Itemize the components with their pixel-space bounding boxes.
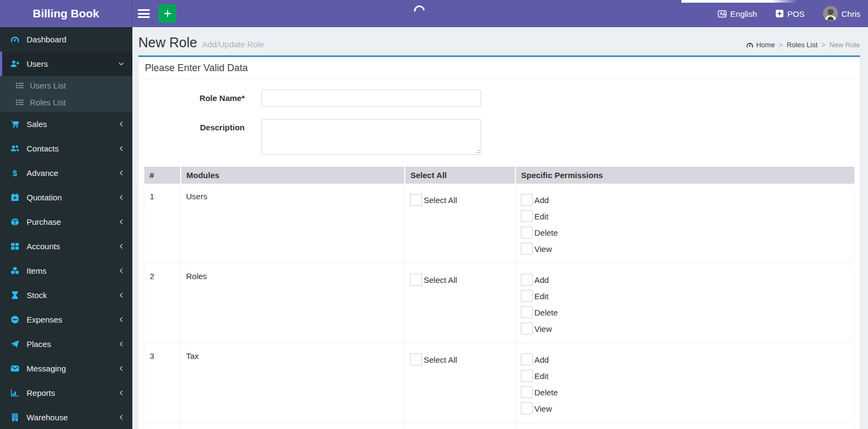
sidebar-item-messaging[interactable]: Messaging: [0, 356, 132, 381]
permission-checkbox-delete[interactable]: [521, 306, 533, 318]
permission-checkbox-edit[interactable]: [521, 290, 533, 302]
sidebar-item-label: Users: [27, 59, 48, 68]
language-label: English: [730, 9, 757, 18]
sidebar-item-users[interactable]: Users: [0, 52, 132, 76]
calendar-plus-icon: [9, 193, 21, 202]
permission-checkbox-add[interactable]: [521, 194, 533, 206]
resize-grip-icon[interactable]: [475, 149, 480, 153]
permission-label: View: [534, 404, 552, 413]
sidebar-item-warehouse[interactable]: Warehouse: [0, 405, 132, 429]
permission-option-add: Add: [521, 274, 848, 286]
sidebar: DashboardUsersUsers ListRoles ListSalesC…: [0, 27, 132, 429]
cubes-icon: [9, 266, 21, 275]
sidebar-item-sales[interactable]: Sales: [0, 112, 132, 136]
permissions-table: # Modules Select All Specific Permission…: [144, 167, 854, 429]
permission-option-view: View: [521, 402, 848, 414]
description-textarea[interactable]: [261, 119, 481, 155]
select-all-checkbox[interactable]: [410, 194, 422, 206]
pos-label: POS: [787, 9, 805, 18]
sidebar-item-label: Messaging: [27, 364, 66, 373]
app-logo[interactable]: Billing Book: [0, 0, 132, 27]
sidebar-item-label: Contacts: [27, 144, 59, 153]
select-all-cell: Select All: [405, 424, 515, 429]
col-header-select-all: Select All: [405, 167, 515, 184]
sidebar-item-users-list[interactable]: Users List: [0, 77, 132, 94]
permission-label: Delete: [534, 228, 558, 237]
sidebar-item-label: Expenses: [27, 315, 62, 324]
module-name: Tax: [181, 344, 405, 424]
module-name: Units: [181, 424, 405, 429]
pos-button[interactable]: POS: [775, 9, 805, 18]
sidebar-item-quotation[interactable]: Quotation: [0, 185, 132, 210]
permission-option-edit: Edit: [521, 210, 848, 222]
permission-option-edit: Edit: [521, 370, 848, 382]
sidebar-menu: DashboardUsersUsers ListRoles ListSalesC…: [0, 27, 132, 429]
sidebar-item-advance[interactable]: $Advance: [0, 161, 132, 185]
sidebar-item-items[interactable]: Items: [0, 258, 132, 283]
table-row-roles: 2Roles Select All Add Edit Delete View: [144, 264, 854, 344]
loading-spinner-icon: [412, 3, 427, 18]
col-header-specific-permissions: Specific Permissions: [515, 167, 854, 184]
sidebar-item-places[interactable]: Places: [0, 332, 132, 356]
language-icon: A: [718, 9, 727, 18]
chevron-down-icon: [118, 60, 125, 67]
chevron-left-icon: [118, 267, 125, 274]
user-menu[interactable]: Chris: [823, 6, 860, 21]
permission-checkbox-delete[interactable]: [521, 226, 533, 238]
sidebar-item-dashboard[interactable]: Dashboard: [0, 27, 132, 52]
permission-label: Add: [534, 275, 549, 285]
permission-checkbox-view[interactable]: [521, 323, 533, 335]
sidebar-item-stock[interactable]: Stock: [0, 283, 132, 307]
chevron-left-icon: [118, 365, 125, 372]
role-name-input[interactable]: [261, 90, 481, 107]
sidebar-item-roles-list[interactable]: Roles List: [0, 94, 132, 111]
main-content: New Role Add/Update Role Home > Roles Li…: [132, 27, 868, 429]
cube-icon: [9, 217, 21, 226]
role-name-label: Role Name*: [144, 90, 245, 107]
sidebar-submenu: Users ListRoles List: [0, 76, 132, 112]
sidebar-subitem-label: Users List: [30, 81, 66, 90]
chevron-left-icon: [118, 121, 125, 128]
sidebar-item-reports[interactable]: Reports: [0, 381, 132, 405]
breadcrumb-separator: >: [778, 41, 783, 49]
permission-option-view: View: [521, 243, 848, 255]
chevron-left-icon: [118, 194, 125, 201]
select-all-cell: Select All: [405, 184, 515, 264]
permission-label: View: [534, 244, 552, 254]
permission-checkbox-add[interactable]: [521, 354, 533, 365]
user-plus-icon: [9, 59, 21, 68]
table-row-users: 1Users Select All Add Edit Delete View: [144, 184, 854, 264]
plus-icon: [163, 9, 172, 18]
permission-checkbox-add[interactable]: [521, 274, 533, 286]
sidebar-item-contacts[interactable]: Contacts: [0, 136, 132, 161]
panel-heading: Please Enter Valid Data: [138, 57, 860, 80]
breadcrumb-roles-list[interactable]: Roles List: [787, 41, 818, 49]
language-menu[interactable]: A English: [718, 9, 757, 18]
select-all-label: Select All: [424, 275, 457, 285]
envelope-icon: [9, 364, 21, 373]
dollar-icon: $: [9, 168, 21, 178]
select-all-label: Select All: [424, 195, 457, 205]
svg-text:A: A: [719, 11, 723, 16]
paper-plane-icon: [9, 339, 21, 349]
module-name: Users: [181, 184, 405, 264]
list-icon: [14, 81, 25, 90]
sidebar-item-accounts[interactable]: Accounts: [0, 234, 132, 258]
sidebar-toggle-button[interactable]: [138, 9, 150, 18]
breadcrumb-home[interactable]: Home: [746, 41, 775, 49]
permission-checkbox-edit[interactable]: [521, 370, 533, 382]
sidebar-item-label: Sales: [27, 119, 47, 129]
sidebar-item-expenses[interactable]: Expenses: [0, 307, 132, 332]
permission-checkbox-delete[interactable]: [521, 386, 533, 398]
select-all-checkbox[interactable]: [410, 274, 422, 286]
quick-add-button[interactable]: [158, 4, 176, 23]
row-number: 4: [144, 424, 181, 429]
permission-checkbox-view[interactable]: [521, 402, 533, 414]
permission-option-delete: Delete: [521, 226, 848, 238]
sidebar-item-label: Quotation: [27, 193, 62, 202]
select-all-checkbox[interactable]: [410, 354, 422, 365]
table-row-tax: 3Tax Select All Add Edit Delete View: [144, 344, 854, 424]
sidebar-item-purchase[interactable]: Purchase: [0, 210, 132, 234]
permission-checkbox-view[interactable]: [521, 243, 533, 255]
permission-checkbox-edit[interactable]: [521, 210, 533, 222]
